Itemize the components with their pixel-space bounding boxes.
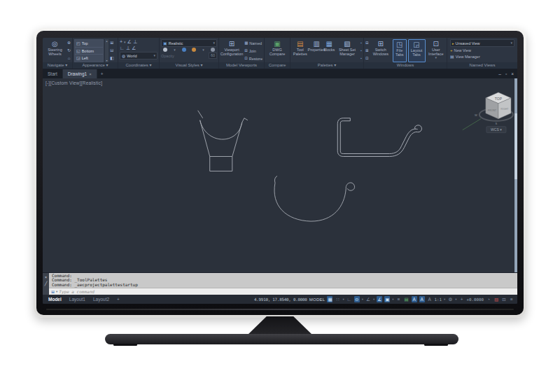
restore-icon[interactable]: ▫	[505, 71, 507, 76]
windows-panel-title[interactable]: Windows	[364, 62, 447, 69]
workspace-switching-button[interactable]: ⚙	[447, 296, 453, 302]
palettes-panel-title[interactable]: Palettes ▾	[290, 62, 363, 69]
tile-vertical-icon[interactable]: ⊞	[365, 48, 369, 53]
view-list-scrollbar[interactable]: ▴▾	[105, 39, 108, 62]
command-prompt-caret-icon[interactable]: ▾	[56, 290, 57, 293]
tab-close-icon[interactable]: ×	[89, 72, 92, 76]
edge-effects-icon[interactable]	[163, 48, 167, 52]
palette-mini-icon[interactable]: ▪	[360, 48, 362, 53]
command-window-grip[interactable]: × ╱	[43, 273, 49, 295]
polar-caret-icon[interactable]: ▾	[362, 298, 363, 301]
user-interface-button[interactable]: ⊡ User Interface ▾	[427, 39, 446, 62]
tab-start[interactable]: Start	[43, 69, 63, 78]
pan-icon[interactable]: ⊕	[67, 41, 71, 46]
maximize-viewport-icon[interactable]: ⊞	[110, 41, 113, 46]
shadow-icon[interactable]	[182, 48, 186, 52]
isolate-objects-button[interactable]: ▨	[493, 296, 499, 302]
compare-panel-title[interactable]: Compare	[265, 62, 290, 69]
grid-display-toggle[interactable]: ▦	[327, 296, 332, 302]
drawing-gutter-box[interactable]	[337, 118, 421, 157]
materials-icon[interactable]	[211, 48, 215, 52]
selection-cycling-toggle[interactable]: ▤	[404, 296, 410, 302]
isometric-drafting-toggle[interactable]: ∠	[365, 296, 371, 302]
layout-tabs-button[interactable]: ◲ Layout Tabs	[408, 39, 426, 62]
tab-model[interactable]: Model	[46, 297, 64, 302]
ortho-mode-toggle[interactable]: ∟	[346, 296, 352, 302]
ucs-view-icon[interactable]: ∠	[132, 46, 136, 51]
polar-tracking-toggle[interactable]: ⊙	[354, 296, 360, 302]
new-layout-button[interactable]: +	[114, 297, 122, 302]
shade-cube-icon[interactable]: ◧	[110, 56, 114, 61]
file-tabs-button[interactable]: ◳ File Tabs	[393, 39, 407, 62]
blocks-button[interactable]: ▦ Blocks	[325, 39, 334, 62]
tab-layout2[interactable]: Layout2	[90, 297, 112, 302]
new-view-button[interactable]: +New View	[450, 48, 514, 53]
lineweight-toggle[interactable]: ≡	[396, 296, 402, 302]
command-input[interactable]	[59, 289, 515, 294]
object-snap-toggle[interactable]: ▣	[384, 296, 390, 302]
command-close-icon[interactable]: ×	[45, 275, 48, 279]
viewport-scrollbar[interactable]	[514, 78, 517, 272]
new-tab-button[interactable]: +	[97, 69, 107, 78]
command-history[interactable]: Command: Command: _ToolPalettes Command:…	[49, 273, 517, 288]
model-viewports-panel-title[interactable]: Model Viewports	[219, 62, 264, 69]
ucs-z-axis-icon[interactable]: ⊥	[133, 39, 137, 45]
annotation-monitor-toggle[interactable]: +	[459, 296, 465, 302]
graphics-performance-button[interactable]: ◔	[486, 296, 491, 302]
restore-viewports-button[interactable]: ⊡Restore	[244, 56, 262, 62]
visual-styles-panel-title[interactable]: Visual Styles ▾	[160, 62, 218, 69]
ucs-face-icon[interactable]: ⊥	[126, 46, 130, 51]
minimize-icon[interactable]: –	[498, 71, 501, 76]
view-list-item-top[interactable]: ◰ Top	[75, 40, 103, 48]
command-tools-icon[interactable]: ╱	[45, 281, 48, 286]
viewport-configuration-button[interactable]: ⊞ Viewport Configuration	[220, 39, 243, 62]
iso-caret-icon[interactable]: ▾	[373, 298, 374, 301]
view-manager-button[interactable]: ▤View Manager	[450, 54, 514, 59]
drawing-gutter-outlet[interactable]	[198, 111, 248, 172]
annotation-visibility-toggle[interactable]: A	[412, 296, 417, 302]
zoom-extents-icon[interactable]: ⌂	[68, 56, 71, 61]
annotation-scale-value[interactable]: 1:1	[435, 298, 442, 302]
clean-screen-button[interactable]: ⊡	[501, 296, 507, 302]
model-space-button[interactable]: MODEL	[309, 298, 326, 302]
wcs-dropdown-label[interactable]: WCS ▾	[491, 127, 502, 132]
tab-drawing1[interactable]: Drawing1 ×	[63, 69, 97, 78]
drawing-viewport[interactable]: [-][Custom View][Realistic]	[43, 78, 517, 272]
view-list-item-left[interactable]: ◲ Left	[75, 55, 103, 62]
view-list-item-bottom[interactable]: ◱ Bottom	[75, 48, 103, 55]
ucs-dropdown[interactable]: ◍ World ▾	[120, 52, 158, 59]
customization-menu-button[interactable]: ≡	[509, 296, 514, 302]
visual-style-dropdown[interactable]: ▣ Realistic ▾	[161, 39, 217, 47]
tile-horizontal-icon[interactable]: ⊟	[365, 41, 369, 46]
properties-button[interactable]: ▥ Properties	[310, 39, 323, 62]
dwg-compare-button[interactable]: ▣ DWG Compare	[266, 39, 288, 62]
opacity-value[interactable]: 60	[209, 52, 217, 59]
view-list[interactable]: ◰ Top ◱ Bottom ◲ Left	[74, 39, 104, 62]
orbit-icon[interactable]: ↻	[67, 48, 71, 53]
osnap-caret-icon[interactable]: ▾	[392, 298, 393, 301]
compass-south-label[interactable]: S	[496, 122, 498, 125]
tab-layout1[interactable]: Layout1	[66, 297, 88, 302]
compass-west-label[interactable]: W	[475, 113, 477, 117]
drawing-gutter-half-round[interactable]	[274, 176, 355, 221]
ucs-caret-icon[interactable]: ▾	[124, 41, 126, 44]
snap-caret-icon[interactable]: ▾	[342, 298, 344, 301]
close-icon[interactable]: ×	[511, 71, 514, 76]
annotation-scale-icon[interactable]: A	[427, 296, 433, 302]
sheet-set-manager-button[interactable]: ▧ Sheet Set Manager	[335, 39, 359, 62]
tool-palettes-button[interactable]: ▤ Tool Palettes	[292, 39, 309, 62]
lighting-caret-icon[interactable]: ▾	[202, 48, 204, 52]
annotation-autoscale-toggle[interactable]: A	[419, 296, 425, 302]
ucs-icon[interactable]: +	[120, 39, 122, 45]
steering-wheels-button[interactable]: ◎ Steering Wheels	[44, 39, 66, 62]
restore-viewport-icon[interactable]: ⊟	[110, 48, 113, 53]
command-prompt-icon[interactable]: ⊞	[51, 289, 55, 294]
palette-mini-icon[interactable]: ▪	[360, 41, 362, 46]
palette-mini-icon[interactable]: ▪	[360, 56, 362, 61]
ucs-3point-icon[interactable]: ∟	[120, 46, 125, 51]
named-views-panel-title[interactable]: Named Views	[447, 62, 517, 69]
viewcube[interactable]: TOP FRONT RIGHT W E S WCS ▾	[463, 92, 517, 133]
coordinates-panel-title[interactable]: Coordinates ▾	[118, 62, 159, 69]
workspace-caret-icon[interactable]: ▾	[455, 298, 456, 301]
annotation-scale-caret-icon[interactable]: ▾	[444, 298, 445, 301]
